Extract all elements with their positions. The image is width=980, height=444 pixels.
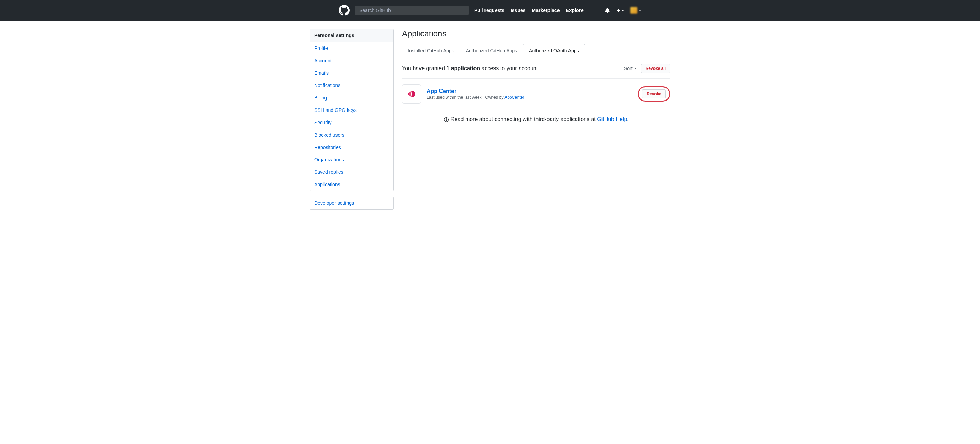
sidebar-item-billing[interactable]: Billing [310,92,393,104]
revoke-all-button[interactable]: Revoke all [641,64,670,73]
sidebar-item-blocked-users[interactable]: Blocked users [310,129,393,141]
tab-authorized-oauth-apps[interactable]: Authorized OAuth Apps [523,44,585,57]
grant-suffix: access to your account. [480,65,539,71]
github-logo[interactable] [339,5,350,16]
notifications-icon[interactable] [605,8,610,13]
sidebar-item-applications[interactable]: Applications [310,178,393,191]
grant-count: 1 application [446,65,480,71]
sidebar-item-account[interactable]: Account [310,54,393,67]
settings-sidebar: Personal settings Profile Account Emails… [310,29,394,215]
nav-marketplace[interactable]: Marketplace [532,8,560,13]
app-meta-prefix: Last used within the last week · Owned b… [427,95,504,100]
sidebar-item-saved-replies[interactable]: Saved replies [310,166,393,178]
grant-prefix: You have granted [402,65,446,71]
caret-down-icon [634,68,637,69]
appcenter-logo-icon [406,88,417,99]
app-name-link[interactable]: App Center [427,88,456,94]
tab-installed-github-apps[interactable]: Installed GitHub Apps [402,44,460,57]
nav-explore[interactable]: Explore [566,8,583,13]
caret-down-icon [622,10,624,11]
sidebar-item-notifications[interactable]: Notifications [310,79,393,92]
app-owner-link[interactable]: AppCenter [504,95,524,100]
sidebar-item-developer-settings[interactable]: Developer settings [310,197,393,209]
sidebar-item-organizations[interactable]: Organizations [310,153,393,166]
sidebar-item-profile[interactable]: Profile [310,42,393,54]
user-avatar [630,7,637,14]
revoke-button[interactable]: Revoke [642,89,666,99]
sidebar-item-security[interactable]: Security [310,116,393,129]
sort-label: Sort [624,66,633,71]
caret-down-icon [639,10,641,11]
page-title: Applications [402,29,670,38]
app-meta: Last used within the last week · Owned b… [427,95,632,100]
sidebar-item-repositories[interactable]: Repositories [310,141,393,153]
tab-authorized-github-apps[interactable]: Authorized GitHub Apps [460,44,523,57]
toolbar: You have granted 1 application access to… [402,64,670,79]
tab-nav: Installed GitHub Apps Authorized GitHub … [402,44,670,57]
nav-pull-requests[interactable]: Pull requests [474,8,504,13]
oauth-app-row: App Center Last used within the last wee… [402,79,670,110]
nav-issues[interactable]: Issues [511,8,526,13]
footer-suffix: . [627,116,628,122]
search-input[interactable] [355,5,469,15]
app-icon [402,84,421,103]
info-icon [444,117,449,123]
sidebar-item-ssh-gpg[interactable]: SSH and GPG keys [310,104,393,116]
sidebar-heading: Personal settings [310,29,393,42]
user-menu[interactable] [630,7,641,14]
main-content: Applications Installed GitHub Apps Autho… [402,29,670,215]
footer-note: Read more about connecting with third-pa… [402,110,670,129]
global-header: Pull requests Issues Marketplace Explore [0,0,980,21]
github-help-link[interactable]: GitHub Help [597,116,627,122]
sort-dropdown[interactable]: Sort [624,66,637,71]
create-new-dropdown[interactable] [616,8,624,13]
sidebar-item-emails[interactable]: Emails [310,67,393,79]
primary-nav: Pull requests Issues Marketplace Explore [474,8,584,13]
footer-text: Read more about connecting with third-pa… [450,116,597,122]
grant-summary: You have granted 1 application access to… [402,65,539,72]
oauth-app-list: App Center Last used within the last wee… [402,79,670,110]
revoke-highlight-annotation: Revoke [638,86,670,102]
